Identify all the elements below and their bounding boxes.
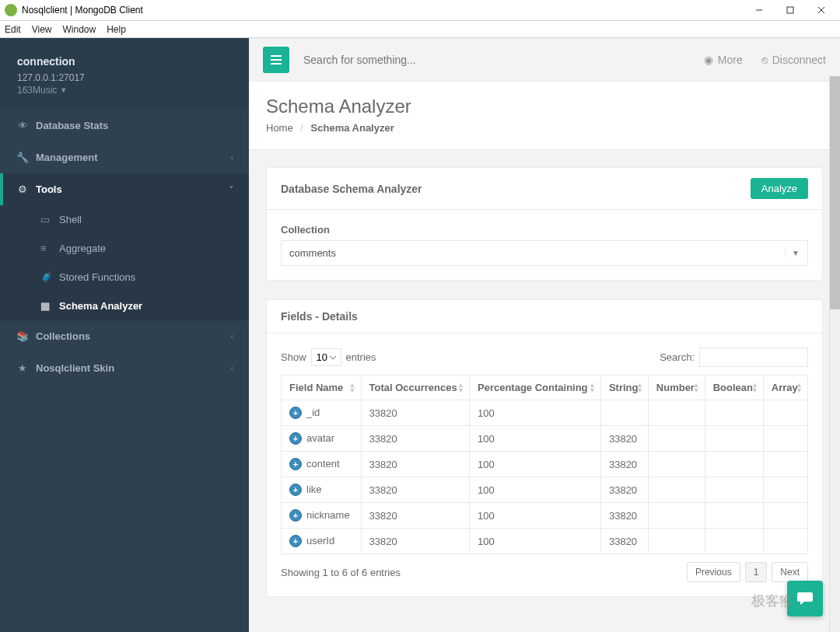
expand-icon[interactable]: + <box>289 535 302 547</box>
wrench-icon: 🔧 <box>16 152 30 163</box>
more-label: More <box>718 54 743 66</box>
breadcrumb: Home / Schema Analyzer <box>266 122 823 134</box>
topbar: ◉ More ⎋ Disconnect <box>249 38 840 82</box>
scroll-thumb[interactable] <box>830 76 840 309</box>
chevron-left-icon: ‹ <box>231 153 233 162</box>
cell-value: 100 <box>469 426 600 452</box>
sidebar-toggle-button[interactable] <box>263 47 289 73</box>
col-field-name[interactable]: Field Name▲▼ <box>282 375 362 400</box>
cell-value <box>705 529 763 554</box>
collection-select[interactable]: comments ▼ <box>281 240 808 266</box>
col-number[interactable]: Number▲▼ <box>648 375 705 400</box>
cell-value: 33820 <box>361 529 469 554</box>
connection-db-dropdown[interactable]: 163Music ▼ <box>17 85 232 96</box>
expand-icon[interactable]: + <box>289 432 302 445</box>
chat-icon <box>796 591 814 606</box>
menu-edit[interactable]: Edit <box>5 24 21 35</box>
signout-icon: ⎋ <box>761 54 768 66</box>
disconnect-label: Disconnect <box>772 54 826 66</box>
sort-icon: ▲▼ <box>751 382 758 393</box>
cell-value: 33820 <box>361 400 469 426</box>
subnav-shell[interactable]: ▭ Shell <box>0 205 249 234</box>
minimize-button[interactable] <box>744 0 775 21</box>
connection-host: 127.0.0.1:27017 <box>17 72 232 83</box>
sidebar-item-label: Collections <box>36 330 231 342</box>
cell-value <box>763 452 807 477</box>
fields-table: Field Name▲▼Total Occurrences▲▼Percentag… <box>281 375 808 554</box>
cell-field-name: +nickname <box>282 503 362 529</box>
cell-value: 33820 <box>600 477 648 503</box>
database-icon: 📚 <box>16 330 30 342</box>
breadcrumb-current: Schema Analyzer <box>311 122 394 134</box>
cell-field-name: +_id <box>282 400 362 426</box>
cell-value <box>763 400 807 426</box>
breadcrumb-home[interactable]: Home <box>266 122 293 134</box>
col-percentage-containing[interactable]: Percentage Containing▲▼ <box>469 375 600 400</box>
subnav-aggregate[interactable]: ≡ Aggregate <box>0 234 249 263</box>
menu-window[interactable]: Window <box>62 24 96 35</box>
menubar: Edit View Window Help <box>0 21 840 38</box>
cell-value <box>648 426 705 452</box>
subnav-schema-analyzer[interactable]: ▦ Schema Analyzer <box>0 292 249 320</box>
length-select[interactable]: 10 <box>311 348 341 366</box>
sidebar: connection 127.0.0.1:27017 163Music ▼ 👁 … <box>0 38 249 632</box>
subnav-stored-functions[interactable]: 🧳 Stored Functions <box>0 263 249 292</box>
table-search-input[interactable] <box>699 347 808 367</box>
window-icon: ▭ <box>40 214 53 225</box>
cell-value: 33820 <box>600 426 648 452</box>
app-icon <box>5 4 17 16</box>
sort-icon: ▲▼ <box>636 382 643 393</box>
cell-field-name: +content <box>282 452 362 477</box>
search-input[interactable] <box>300 47 502 72</box>
length-show: Show <box>281 351 306 363</box>
cell-value: 100 <box>469 400 600 426</box>
cell-value <box>648 529 705 554</box>
col-boolean[interactable]: Boolean▲▼ <box>705 375 763 400</box>
sidebar-item-skin[interactable]: ★ Nosqlclient Skin ‹ <box>0 352 249 384</box>
col-array[interactable]: Array▲▼ <box>763 375 807 400</box>
table-row: +avatar3382010033820 <box>282 426 808 452</box>
table-row: +nickname3382010033820 <box>282 503 808 529</box>
expand-icon[interactable]: + <box>289 407 302 419</box>
expand-icon[interactable]: + <box>289 484 302 496</box>
paginate-next[interactable]: Next <box>772 562 808 582</box>
sidebar-item-collections[interactable]: 📚 Collections ‹ <box>0 320 249 352</box>
cell-value <box>648 503 705 529</box>
sidebar-item-label: Management <box>36 152 231 163</box>
close-button[interactable] <box>806 0 837 21</box>
sort-icon: ▲▼ <box>349 382 356 393</box>
menu-view[interactable]: View <box>32 24 52 35</box>
col-total-occurrences[interactable]: Total Occurrences▲▼ <box>361 375 469 400</box>
expand-icon[interactable]: + <box>289 458 302 470</box>
sidebar-item-tools[interactable]: ⚙ Tools ˅ <box>0 173 249 205</box>
paginate-previous[interactable]: Previous <box>687 562 740 582</box>
connection-label: connection <box>17 55 232 68</box>
chat-button[interactable] <box>787 581 823 616</box>
tools-submenu: ▭ Shell ≡ Aggregate 🧳 Stored Functions ▦… <box>0 205 249 320</box>
details-panel: Fields - Details Show 10 entries Search: <box>266 299 823 597</box>
subnav-label: Schema Analyzer <box>59 300 142 312</box>
sort-icon: ▲▼ <box>589 382 596 393</box>
maximize-button[interactable] <box>775 0 806 21</box>
menu-help[interactable]: Help <box>107 24 126 35</box>
window-scrollbar[interactable] <box>829 76 840 632</box>
paginate-page-1[interactable]: 1 <box>745 562 768 582</box>
cell-value <box>705 503 763 529</box>
sidebar-item-management[interactable]: 🔧 Management ‹ <box>0 141 249 173</box>
cell-value: 100 <box>469 477 600 503</box>
cell-field-name: +avatar <box>282 426 362 452</box>
sidebar-item-database-stats[interactable]: 👁 Database Stats <box>0 110 249 141</box>
page-title: Schema Analyzer <box>266 96 823 117</box>
analyze-button[interactable]: Analyze <box>751 178 808 199</box>
subnav-label: Aggregate <box>59 243 106 254</box>
table-row: +like3382010033820 <box>282 477 808 503</box>
search-label: Search: <box>660 351 695 363</box>
more-button[interactable]: ◉ More <box>704 54 743 66</box>
table-info: Showing 1 to 6 of 6 entries <box>281 567 687 578</box>
star-icon: ★ <box>16 362 30 374</box>
eye-icon: 👁 <box>16 120 30 131</box>
disconnect-button[interactable]: ⎋ Disconnect <box>761 54 826 66</box>
col-string[interactable]: String▲▼ <box>600 375 648 400</box>
expand-icon[interactable]: + <box>289 509 302 522</box>
cell-value <box>705 426 763 452</box>
